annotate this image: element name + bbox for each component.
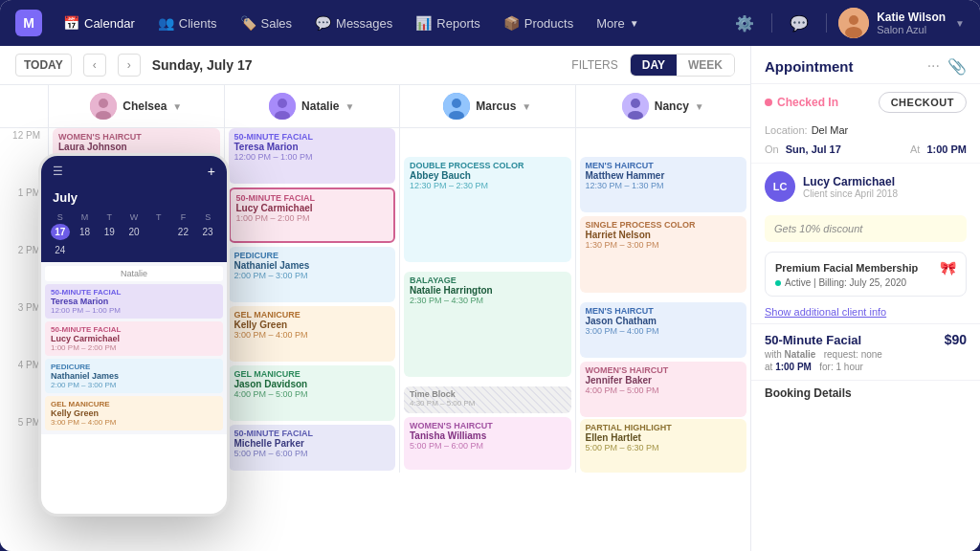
top-nav: M 📅 Calendar 👥 Clients 🏷️ Sales 💬 Messag… xyxy=(0,0,980,46)
nancy-chevron: ▼ xyxy=(695,101,704,112)
logo-icon: M xyxy=(23,15,34,31)
clients-icon: 👥 xyxy=(158,15,174,31)
chelsea-avatar xyxy=(90,93,117,120)
nav-sales[interactable]: 🏷️ Sales xyxy=(231,10,302,36)
day-view-button[interactable]: DAY xyxy=(631,55,677,76)
panel-header: Appointment ··· 📎 xyxy=(751,46,980,84)
client-initials: LC xyxy=(765,171,795,202)
appointment-natalie-5[interactable]: GEL MANICURE Jason Davidson 4:00 PM – 5:… xyxy=(229,365,396,421)
appointment-natalie-1[interactable]: 50-MINUTE FACIAL Teresa Marion 12:00 PM … xyxy=(229,128,396,184)
nav-messages[interactable]: 💬 Messages xyxy=(305,10,402,36)
phone-week-2: 24 xyxy=(49,242,219,258)
phone-hamburger-icon[interactable]: ☰ xyxy=(53,165,63,178)
staff-header-chelsea[interactable]: Chelsea ▼ xyxy=(48,85,224,127)
svg-point-4 xyxy=(99,99,108,108)
service-name-row: 50-Minute Facial $90 xyxy=(765,332,967,347)
phone-day-18[interactable]: 18 xyxy=(76,224,95,240)
marcus-name: Marcus xyxy=(476,99,516,113)
nav-logo[interactable]: M xyxy=(15,10,42,36)
appointment-nancy-5[interactable]: PARTIAL HIGHLIGHT Ellen Hartlet 5:00 PM … xyxy=(580,419,747,473)
appointment-marcus-1[interactable]: DOUBLE PROCESS COLOR Abbey Bauch 12:30 P… xyxy=(404,157,571,262)
status-row: Checked In CHECKOUT xyxy=(751,84,980,121)
booking-details: Booking Details xyxy=(751,380,980,406)
phone-appt-3[interactable]: PEDICURE Nathaniel James 2:00 PM – 3:00 … xyxy=(45,359,223,393)
staff-headers: Chelsea ▼ Natalie ▼ Marcus ▼ xyxy=(0,85,750,128)
appointment-marcus-3[interactable]: WOMEN'S HAIRCUT Tanisha Williams 5:00 PM… xyxy=(404,417,571,470)
appointment-nancy-1[interactable]: MEN'S HAIRCUT Matthew Hammer 12:30 PM – … xyxy=(580,157,747,212)
nav-more[interactable]: More ▼ xyxy=(587,11,649,36)
nav-reports[interactable]: 📊 Reports xyxy=(406,10,490,36)
settings-icon[interactable]: ⚙️ xyxy=(729,8,760,38)
user-avatar xyxy=(838,8,869,38)
appointment-marcus-2[interactable]: BALAYAGE Natalie Harrington 2:30 PM – 4:… xyxy=(404,272,571,377)
phone-day-24[interactable]: 24 xyxy=(51,242,70,258)
time-header xyxy=(0,85,48,127)
nav-products[interactable]: 📦 Products xyxy=(494,10,583,36)
phone-day-21[interactable] xyxy=(149,224,168,240)
service-details: with Natalie request: none xyxy=(765,349,967,360)
ribbon-icon: 🎀 xyxy=(940,260,956,276)
marcus-avatar xyxy=(443,93,470,120)
notifications-icon[interactable]: 💬 xyxy=(784,8,814,38)
profile-info: Katie Wilson Salon Azul xyxy=(877,11,946,35)
phone-calendar-grid: S M T W T F S 17 18 19 20 22 23 24 xyxy=(41,210,227,262)
marcus-column: DOUBLE PROCESS COLOR Abbey Bauch 12:30 P… xyxy=(399,128,575,473)
date-time-row: On Sun, Jul 17 At 1:00 PM xyxy=(751,140,980,163)
client-since: Client since April 2018 xyxy=(803,188,898,199)
svg-point-1 xyxy=(849,15,858,25)
client-name: Lucy Carmichael xyxy=(803,175,898,188)
week-view-button[interactable]: WEEK xyxy=(677,55,734,76)
appointment-natalie-4[interactable]: GEL MANICURE Kelly Green 3:00 PM – 4:00 … xyxy=(229,306,396,362)
phone-day-23[interactable]: 23 xyxy=(198,224,217,240)
chelsea-chevron: ▼ xyxy=(172,101,182,112)
nav-profile[interactable]: Katie Wilson Salon Azul ▼ xyxy=(838,8,965,38)
chevron-down-icon: ▼ xyxy=(630,18,639,29)
svg-point-2 xyxy=(845,27,862,38)
membership-box: Premium Facial Membership 🎀 Active | Bil… xyxy=(765,252,967,297)
phone-month-header: July xyxy=(41,187,227,210)
staff-header-marcus[interactable]: Marcus ▼ xyxy=(399,85,575,127)
nav-clients[interactable]: 👥 Clients xyxy=(148,10,227,36)
phone-day-headers: S M T W T F S xyxy=(49,210,219,224)
checkout-button[interactable]: CHECKOUT xyxy=(879,92,967,113)
phone-month-title: July xyxy=(53,190,215,205)
staff-header-natalie[interactable]: Natalie ▼ xyxy=(224,85,400,127)
messages-icon: 💬 xyxy=(315,15,331,31)
phone-top-bar: ☰ + xyxy=(41,156,227,187)
staff-header-nancy[interactable]: Nancy ▼ xyxy=(575,85,751,127)
phone-day-19[interactable]: 19 xyxy=(100,224,119,240)
phone-appt-4[interactable]: GEL MANICURE Kelly Green 3:00 PM – 4:00 … xyxy=(45,396,223,430)
phone-appointments: Natalie 50-MINUTE FACIAL Teresa Marion 1… xyxy=(41,262,227,434)
more-options-icon[interactable]: ··· xyxy=(927,57,940,76)
appointment-natalie-3[interactable]: PEDICURE Nathaniel James 2:00 PM – 3:00 … xyxy=(229,247,396,302)
appointment-natalie-6[interactable]: 50-MINUTE FACIAL Michelle Parker 5:00 PM… xyxy=(229,425,396,471)
appointment-natalie-2-highlighted[interactable]: 50-MINUTE FACIAL Lucy Carmichael 1:00 PM… xyxy=(229,187,396,243)
next-arrow[interactable]: › xyxy=(118,54,141,77)
nav-calendar[interactable]: 📅 Calendar xyxy=(54,10,145,36)
appointment-marcus-timeblock[interactable]: Time Block 4:30 PM – 5:00 PM xyxy=(404,386,571,413)
nav-divider xyxy=(771,13,772,33)
phone-appt-1[interactable]: 50-MINUTE FACIAL Teresa Marion 12:00 PM … xyxy=(45,284,223,319)
natalie-column: 50-MINUTE FACIAL Teresa Marion 12:00 PM … xyxy=(224,128,400,473)
appointment-nancy-4[interactable]: WOMEN'S HAIRCUT Jennifer Baker 4:00 PM –… xyxy=(580,362,747,417)
client-info: Lucy Carmichael Client since April 2018 xyxy=(803,175,898,199)
appointment-nancy-2[interactable]: SINGLE PROCESS COLOR Harriet Nelson 1:30… xyxy=(580,216,747,293)
show-more-link[interactable]: Show additional client info xyxy=(751,300,980,323)
sales-icon: 🏷️ xyxy=(240,15,256,31)
appointment-nancy-3[interactable]: MEN'S HAIRCUT Jason Chatham 3:00 PM – 4:… xyxy=(580,302,747,358)
phone-day-22[interactable]: 22 xyxy=(173,224,192,240)
service-section: 50-Minute Facial $90 with Natalie reques… xyxy=(751,323,980,380)
prev-arrow[interactable]: ‹ xyxy=(83,54,106,77)
phone-appt-2[interactable]: 50-MINUTE FACIAL Lucy Carmichael 1:00 PM… xyxy=(45,321,223,356)
phone-day-20[interactable]: 20 xyxy=(124,224,144,240)
nancy-name: Nancy xyxy=(655,99,689,113)
chelsea-name: Chelsea xyxy=(122,99,167,113)
today-button[interactable]: TODAY xyxy=(15,54,72,77)
phone-day-17[interactable]: 17 xyxy=(51,224,70,240)
attachment-icon[interactable]: 📎 xyxy=(947,57,967,76)
phone-add-icon[interactable]: + xyxy=(208,164,215,179)
phone-staff-label: Natalie xyxy=(45,266,223,281)
service-time-details: at 1:00 PM for: 1 hour xyxy=(765,362,967,372)
svg-point-7 xyxy=(278,99,287,108)
nav-right-section: ⚙️ 💬 Katie Wilson Salon Azul ▼ xyxy=(729,8,965,38)
